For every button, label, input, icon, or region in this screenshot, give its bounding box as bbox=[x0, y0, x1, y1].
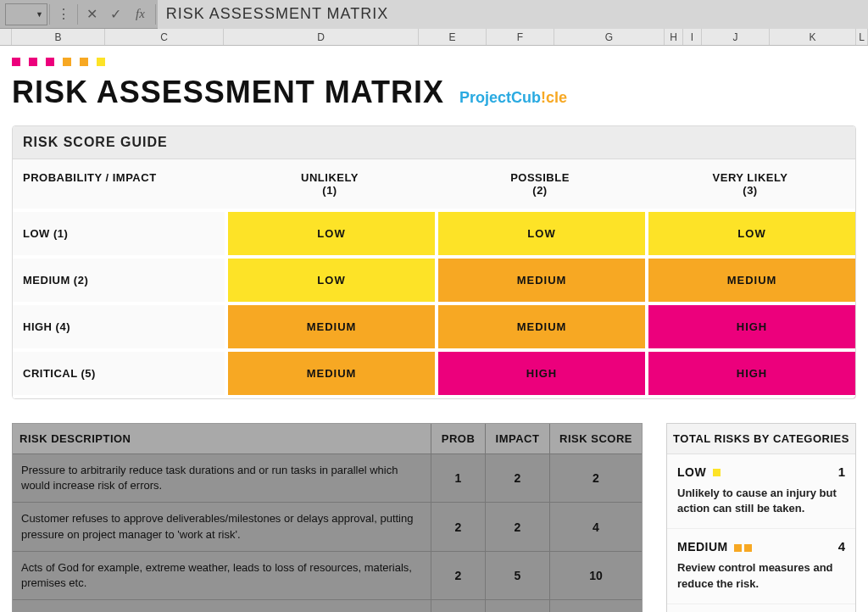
fx-label[interactable]: fx bbox=[127, 7, 153, 21]
guide-cell[interactable]: MEDIUM bbox=[225, 305, 435, 352]
guide-cell[interactable]: MEDIUM bbox=[435, 305, 645, 352]
guide-cell[interactable]: HIGH bbox=[645, 352, 855, 398]
worksheet-area: RISK ASSESSMENT MATRIX ProjectCub!cle RI… bbox=[0, 46, 868, 612]
guide-cell[interactable]: LOW bbox=[645, 212, 855, 259]
swatch-icon bbox=[734, 544, 742, 552]
title-row: RISK ASSESSMENT MATRIX ProjectCub!cle bbox=[12, 75, 856, 110]
category-count: 1 bbox=[838, 465, 845, 479]
column-header[interactable]: K bbox=[770, 29, 856, 45]
risk-table-header: RISK DESCRIPTION PROB IMPACT RISK SCORE bbox=[13, 424, 642, 453]
category-desc: Unlikely to cause an injury but action c… bbox=[677, 486, 845, 516]
dot-icon bbox=[12, 58, 20, 66]
column-header[interactable]: E bbox=[419, 29, 487, 45]
separator bbox=[49, 4, 50, 25]
column-header[interactable]: H bbox=[665, 29, 683, 45]
cell-impact[interactable]: 5 bbox=[486, 552, 550, 599]
dot-icon bbox=[80, 58, 88, 66]
sidebar-title: TOTAL RISKS BY CATEGORIES bbox=[667, 424, 855, 454]
brand-logo: ProjectCub!cle bbox=[459, 89, 567, 107]
cell-impact[interactable]: 4 bbox=[486, 600, 550, 612]
table-row[interactable]: Acts of God for example, extreme weather… bbox=[13, 551, 642, 599]
column-header[interactable]: J bbox=[702, 29, 770, 45]
name-box[interactable]: ▼ bbox=[5, 3, 47, 25]
accept-button[interactable]: ✓ bbox=[103, 0, 127, 29]
page-title: RISK ASSESSMENT MATRIX bbox=[12, 75, 444, 110]
cell-score[interactable]: 12 bbox=[550, 600, 642, 612]
col-impact: IMPACT bbox=[486, 424, 550, 453]
guide-grid: PROBABILITY / IMPACTUNLIKELY(1)POSSIBLE(… bbox=[13, 159, 855, 398]
guide-cell[interactable]: LOW bbox=[225, 212, 435, 259]
column-header[interactable] bbox=[0, 29, 12, 45]
guide-row-label[interactable]: CRITICAL (5) bbox=[13, 352, 225, 398]
categories-sidebar: TOTAL RISKS BY CATEGORIES LOW 1Unlikely … bbox=[666, 423, 856, 612]
column-header[interactable]: F bbox=[487, 29, 554, 45]
formula-bar: ▼ ⋮ ✕ ✓ fx bbox=[0, 0, 868, 29]
guide-title: RISK SCORE GUIDE bbox=[13, 126, 855, 159]
category-label: LOW bbox=[677, 465, 721, 479]
guide-row-label[interactable]: LOW (1) bbox=[13, 212, 225, 259]
category-block: MEDIUM 4Review control measures and redu… bbox=[667, 529, 855, 604]
cell-description[interactable]: Pressure to arbitrarily reduce task dura… bbox=[13, 454, 431, 502]
swatch-icon bbox=[713, 469, 721, 476]
guide-col-header[interactable]: UNLIKELY(1) bbox=[225, 159, 435, 212]
cell-impact[interactable]: 2 bbox=[486, 454, 550, 502]
dot-icon bbox=[97, 58, 105, 66]
col-score: RISK SCORE bbox=[550, 424, 642, 453]
separator bbox=[77, 4, 78, 25]
column-header[interactable]: I bbox=[683, 29, 702, 45]
column-header[interactable]: D bbox=[224, 29, 419, 45]
dot-icon bbox=[29, 58, 37, 66]
column-header[interactable]: L bbox=[856, 29, 868, 45]
category-label: MEDIUM bbox=[677, 540, 752, 554]
col-description: RISK DESCRIPTION bbox=[13, 424, 431, 453]
dot-icon bbox=[63, 58, 71, 66]
cell-impact[interactable]: 2 bbox=[486, 503, 550, 550]
separator bbox=[155, 4, 156, 25]
guide-col-header[interactable]: VERY LIKELY(3) bbox=[645, 159, 855, 212]
risk-score-guide: RISK SCORE GUIDE PROBABILITY / IMPACTUNL… bbox=[12, 125, 856, 399]
cell-score[interactable]: 2 bbox=[550, 454, 642, 502]
category-desc: Review control measures and reduce the r… bbox=[677, 560, 845, 591]
table-row[interactable]: Pressure to arbitrarily reduce task dura… bbox=[13, 453, 642, 502]
cell-description[interactable]: Acts of God for example, extreme weather… bbox=[13, 552, 431, 599]
guide-cell[interactable]: LOW bbox=[225, 259, 435, 305]
cell-description[interactable]: Lorem ipsum dolor sit amet, consectetuer… bbox=[13, 600, 431, 612]
guide-corner-cell[interactable]: PROBABILITY / IMPACT bbox=[13, 159, 225, 212]
cell-description[interactable]: Customer refuses to approve deliverables… bbox=[13, 503, 431, 550]
guide-cell[interactable]: HIGH bbox=[435, 352, 645, 398]
guide-cell[interactable]: MEDIUM bbox=[225, 352, 435, 398]
guide-row-label[interactable]: HIGH (4) bbox=[13, 305, 225, 352]
guide-cell[interactable]: HIGH bbox=[645, 305, 855, 352]
column-header[interactable]: C bbox=[105, 29, 224, 45]
cell-prob[interactable]: 1 bbox=[431, 454, 486, 502]
guide-cell[interactable]: MEDIUM bbox=[435, 259, 645, 305]
table-row[interactable]: Customer refuses to approve deliverables… bbox=[13, 502, 642, 550]
risk-table: RISK DESCRIPTION PROB IMPACT RISK SCORE … bbox=[12, 423, 643, 612]
cancel-button[interactable]: ✕ bbox=[80, 0, 103, 29]
decorative-dots bbox=[12, 58, 856, 66]
guide-col-header[interactable]: POSSIBLE(2) bbox=[435, 159, 645, 212]
table-row[interactable]: Lorem ipsum dolor sit amet, consectetuer… bbox=[13, 599, 642, 612]
cell-score[interactable]: 10 bbox=[550, 552, 642, 599]
cell-score[interactable]: 4 bbox=[550, 503, 642, 550]
column-header[interactable]: B bbox=[12, 29, 105, 45]
dot-icon bbox=[46, 58, 54, 66]
column-header[interactable]: G bbox=[554, 29, 665, 45]
category-block: LOW 1Unlikely to cause an injury but act… bbox=[667, 454, 855, 529]
column-headers[interactable]: BCDEFGHIJKL bbox=[0, 29, 868, 46]
guide-cell[interactable]: MEDIUM bbox=[645, 259, 855, 305]
formula-input[interactable] bbox=[158, 0, 868, 29]
cell-prob[interactable]: 3 bbox=[431, 600, 486, 612]
dropdown-icon: ▼ bbox=[36, 10, 43, 19]
cell-prob[interactable]: 2 bbox=[431, 552, 486, 599]
guide-row-label[interactable]: MEDIUM (2) bbox=[13, 259, 225, 305]
col-prob: PROB bbox=[431, 424, 486, 453]
guide-cell[interactable]: LOW bbox=[435, 212, 645, 259]
lower-section: RISK DESCRIPTION PROB IMPACT RISK SCORE … bbox=[12, 423, 856, 612]
cell-prob[interactable]: 2 bbox=[431, 503, 486, 550]
category-count: 4 bbox=[838, 539, 845, 554]
more-button[interactable]: ⋮ bbox=[52, 0, 75, 29]
swatch-icon bbox=[744, 544, 752, 552]
